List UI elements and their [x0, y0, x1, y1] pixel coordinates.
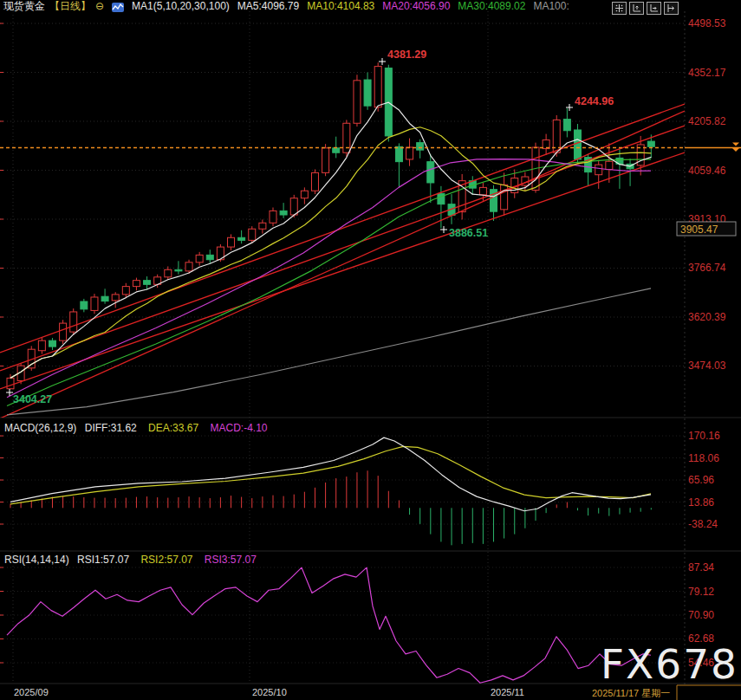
candle — [606, 161, 613, 169]
period-label: 【日线】 — [49, 0, 91, 12]
candle — [563, 120, 570, 131]
chart-header: 现货黄金 【日线】 ⊖ MA1(5,10,20,30,100) MA5:4096… — [3, 0, 569, 12]
ma20-value: MA20:4056.90 — [382, 0, 450, 12]
trading-app-window: 4498.534352.174205.824059.463913.103766.… — [0, 0, 741, 700]
candle — [249, 229, 256, 240]
candle — [280, 211, 287, 215]
annotations: 4381.294244.963886.513404.27 — [6, 49, 614, 405]
candle — [228, 237, 235, 247]
candles — [7, 62, 654, 389]
candle — [374, 67, 381, 107]
candle — [112, 295, 119, 301]
x-axis-label: 2025/11 — [491, 687, 524, 697]
candle — [91, 297, 98, 310]
macd-indicator-row: MACD(26,12,9) DIFF:31.62 DEA:33.67 MACD:… — [4, 422, 268, 434]
macd-pane — [10, 438, 651, 545]
candle — [354, 81, 361, 123]
crosshair-icon[interactable] — [612, 2, 627, 15]
svg-text:4381.29: 4381.29 — [387, 49, 426, 61]
instrument-title: 现货黄金 — [3, 0, 45, 12]
candle — [196, 255, 203, 262]
rsi-indicator-row: RSI(14,14,14) RSI1:57.07 RSI2:57.07 RSI3… — [4, 554, 257, 566]
rsi2-value: RSI2:57.07 — [140, 554, 192, 566]
svg-text:3905.47: 3905.47 — [680, 224, 718, 236]
ma-settings-label: MA1(5,10,20,30,100) — [132, 0, 230, 12]
svg-text:3474.03: 3474.03 — [688, 360, 726, 372]
candle — [595, 165, 602, 175]
svg-text:4498.53: 4498.53 — [688, 17, 726, 29]
candle — [38, 340, 45, 351]
candle — [417, 143, 424, 150]
svg-text:4244.96: 4244.96 — [575, 95, 614, 107]
step-forward-icon[interactable] — [664, 2, 679, 15]
macd-diff-value: DIFF:31.62 — [85, 422, 137, 434]
candle — [364, 80, 371, 106]
candle — [7, 378, 14, 388]
candlestick-chart-canvas[interactable]: 4498.534352.174205.824059.463913.103766.… — [0, 0, 741, 700]
ma100-value: MA100: — [533, 0, 569, 12]
candle — [395, 146, 402, 161]
candle — [175, 269, 182, 271]
fx678-watermark: FX678 — [601, 640, 738, 688]
candle — [206, 255, 213, 259]
axis-zoom-vertical-icon[interactable] — [629, 2, 644, 15]
candle — [438, 193, 445, 204]
candle — [144, 281, 151, 285]
collapse-icon[interactable]: ⊖ — [95, 0, 104, 12]
svg-text:79.12: 79.12 — [688, 586, 714, 598]
candle — [238, 237, 245, 240]
candle — [479, 187, 486, 194]
trendlines — [0, 104, 685, 418]
x-axis-label: 2025/11/17 星期一 — [592, 687, 670, 700]
macd-title: MACD(26,12,9) — [4, 422, 76, 434]
svg-text:3766.74: 3766.74 — [688, 262, 726, 274]
candle — [70, 312, 77, 332]
candle — [322, 148, 329, 173]
x-axis-label: 2025/09 — [14, 687, 49, 697]
ma30-value: MA30:4089.02 — [458, 0, 525, 12]
candle — [270, 211, 276, 223]
svg-text:65.96: 65.96 — [688, 474, 714, 486]
candle — [259, 223, 266, 229]
rsi1-value: RSI1:57.07 — [77, 554, 129, 566]
svg-text:4059.46: 4059.46 — [688, 165, 726, 177]
rsi-pane — [7, 567, 651, 683]
svg-text:3620.39: 3620.39 — [688, 311, 726, 323]
ma10-value: MA10:4104.83 — [307, 0, 374, 12]
candle — [333, 148, 340, 152]
candle — [406, 147, 413, 159]
candle — [60, 323, 67, 340]
svg-text:70.90: 70.90 — [688, 609, 714, 621]
price-marker-icon — [732, 143, 739, 146]
candle — [49, 340, 55, 347]
candle — [101, 296, 108, 301]
candle — [185, 262, 192, 271]
rsi-title: RSI(14,14,14) — [4, 554, 69, 566]
candle — [311, 172, 318, 191]
macd-value: MACD:-4.10 — [210, 422, 267, 434]
ma5-value: MA5:4096.79 — [237, 0, 299, 12]
price-marker-icon — [732, 148, 739, 152]
svg-text:-38.24: -38.24 — [688, 518, 718, 530]
candle — [133, 281, 140, 287]
candle — [647, 141, 654, 146]
candle — [165, 269, 172, 276]
candle — [290, 198, 297, 215]
axis-zoom-horizontal-icon[interactable] — [647, 2, 661, 15]
candle — [122, 287, 129, 295]
chart-toolbar — [612, 2, 679, 15]
candle — [574, 130, 581, 159]
svg-text:4352.17: 4352.17 — [688, 67, 726, 79]
candle — [301, 191, 308, 198]
svg-text:3404.27: 3404.27 — [13, 393, 52, 405]
svg-text:118.06: 118.06 — [688, 452, 719, 464]
svg-text:13.86: 13.86 — [688, 496, 714, 509]
chart-type-icon[interactable] — [112, 3, 124, 12]
svg-text:4205.82: 4205.82 — [688, 115, 726, 127]
rsi3-value: RSI3:57.07 — [205, 554, 257, 566]
candle — [81, 301, 88, 309]
candle — [427, 162, 434, 183]
svg-text:3886.51: 3886.51 — [449, 227, 488, 239]
candle — [501, 185, 508, 210]
x-axis-label: 2025/10 — [252, 687, 287, 697]
